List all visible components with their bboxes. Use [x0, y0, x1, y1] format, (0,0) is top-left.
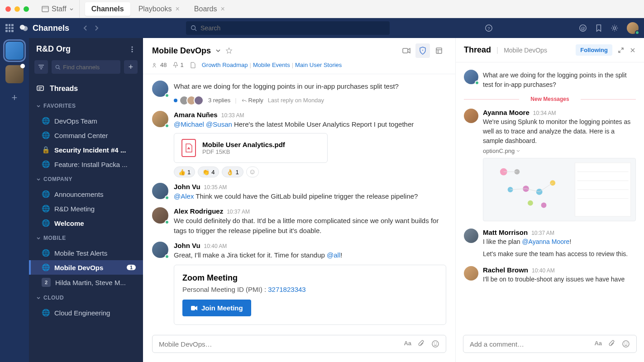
mention[interactable]: @Susan: [206, 120, 232, 128]
meeting-id-link[interactable]: 3271823343: [268, 286, 305, 293]
member-count[interactable]: 48: [152, 62, 167, 68]
reply-button[interactable]: Reply: [241, 97, 263, 104]
avatar[interactable]: [152, 183, 168, 199]
sidebar-item-dm-hilda[interactable]: 2Hilda Martin, Steve M...: [29, 275, 143, 290]
search-input[interactable]: [200, 24, 385, 32]
reply-count[interactable]: 3 replies: [208, 97, 230, 104]
chevron-down-icon[interactable]: [215, 48, 221, 53]
section-header-mobile[interactable]: MOBILE: [29, 230, 143, 246]
message-author[interactable]: Alex Rodriguez: [174, 207, 223, 215]
reaction[interactable]: 👏4: [198, 167, 219, 177]
image-caption[interactable]: optionC.png: [483, 148, 636, 154]
file-attachment[interactable]: Mobile User Analytics.pdf PDF 15KB: [174, 133, 328, 163]
attached-image[interactable]: [483, 158, 636, 221]
global-search[interactable]: [186, 21, 390, 35]
tab-channels[interactable]: Channels: [85, 2, 130, 16]
thread-compose-input[interactable]: [470, 340, 594, 348]
sidebar-item-welcome[interactable]: 🌐Welcome: [29, 216, 143, 230]
section-header-cloud[interactable]: CLOUD: [29, 290, 143, 305]
sidebar-item-devops-team[interactable]: 🌐DevOps Team: [29, 114, 143, 128]
close-icon[interactable]: ×: [221, 5, 225, 13]
help-icon[interactable]: ?: [485, 24, 493, 32]
find-channels-input[interactable]: [63, 64, 117, 71]
back-arrow-icon[interactable]: [82, 24, 89, 32]
sidebar-item-mobile-test-alerts[interactable]: 🌐Mobile Test Alerts: [29, 246, 143, 260]
sidebar-item-feature-install[interactable]: 🌐Feature: Install Packa ...: [29, 157, 143, 171]
boards-button[interactable]: [432, 43, 446, 58]
sidebar-item-security-incident[interactable]: 🔒Security Incident #4 ...: [29, 143, 143, 157]
message-author[interactable]: John Vu: [174, 183, 200, 191]
avatar[interactable]: [152, 207, 168, 224]
server-tile-1[interactable]: [5, 42, 24, 60]
channel-link[interactable]: Mobile Events: [253, 62, 290, 68]
reaction[interactable]: 👍1: [174, 167, 195, 177]
mentions-icon[interactable]: @: [579, 24, 587, 32]
add-reaction-button[interactable]: ☺: [246, 167, 259, 177]
avatar[interactable]: [464, 70, 478, 84]
message-author[interactable]: Matt Morrison: [483, 229, 528, 236]
thread-participants[interactable]: [182, 95, 204, 105]
staff-menu[interactable]: Staff: [36, 0, 80, 18]
gear-icon[interactable]: [611, 24, 619, 32]
bookmark-icon[interactable]: [595, 24, 602, 32]
join-meeting-button[interactable]: Join Meeting: [182, 300, 251, 316]
message-author[interactable]: Amara Nuñes: [174, 111, 218, 119]
compose-box[interactable]: Aa: [152, 335, 446, 353]
message-author[interactable]: Rachel Brown: [483, 266, 528, 274]
emoji-icon[interactable]: [431, 340, 439, 348]
user-avatar[interactable]: [627, 22, 639, 34]
maximize-window[interactable]: [24, 6, 29, 12]
mention[interactable]: @Michael: [174, 120, 204, 128]
mention[interactable]: @Alex: [174, 192, 194, 200]
avatar[interactable]: [152, 81, 168, 97]
channel-link[interactable]: Main User Stories: [295, 62, 342, 68]
forward-arrow-icon[interactable]: [93, 24, 100, 32]
reaction[interactable]: 👌1: [222, 167, 243, 177]
following-button[interactable]: Following: [576, 44, 612, 56]
avatar[interactable]: [464, 109, 478, 123]
channel-name[interactable]: Mobile DevOps: [152, 46, 211, 56]
expand-icon[interactable]: [618, 47, 624, 53]
section-header-company[interactable]: COMPANY: [29, 171, 143, 187]
tab-boards[interactable]: Boards×: [188, 2, 231, 16]
star-icon[interactable]: [225, 47, 233, 54]
sidebar-item-cloud-engineering[interactable]: 🌐Cloud Engineering: [29, 305, 143, 320]
add-channel-button[interactable]: +: [124, 60, 138, 74]
pinned-count[interactable]: 1: [173, 62, 183, 68]
sidebar-item-rd-meeting[interactable]: 🌐R&D Meeting: [29, 201, 143, 216]
sidebar-item-mobile-devops[interactable]: 🌐Mobile DevOps1: [29, 260, 143, 275]
avatar[interactable]: [464, 266, 478, 281]
shield-button[interactable]: [415, 43, 430, 58]
avatar[interactable]: [464, 229, 478, 243]
files-button[interactable]: [190, 62, 196, 68]
server-tile-2[interactable]: [5, 65, 24, 83]
brand[interactable]: Channels: [19, 23, 69, 33]
thread-compose-box[interactable]: Aa: [463, 335, 637, 353]
avatar[interactable]: [152, 242, 168, 258]
apps-grid-icon[interactable]: [5, 24, 14, 32]
find-channels[interactable]: [52, 60, 120, 74]
avatar[interactable]: [152, 111, 168, 127]
mention[interactable]: @all: [327, 251, 340, 259]
add-server-button[interactable]: +: [5, 89, 24, 107]
tab-playbooks[interactable]: Playbooks×: [132, 2, 186, 16]
minimize-window[interactable]: [14, 6, 20, 12]
sidebar-item-announcements[interactable]: 🌐Announcements: [29, 187, 143, 201]
attachment-icon[interactable]: [608, 340, 615, 348]
message-author[interactable]: John Vu: [174, 242, 200, 249]
close-window[interactable]: [5, 6, 11, 12]
formatting-button[interactable]: Aa: [594, 340, 602, 348]
sidebar-item-command-center[interactable]: 🌐Command Center: [29, 128, 143, 143]
compose-input[interactable]: [159, 340, 404, 348]
threads-link[interactable]: Threads: [29, 79, 143, 98]
mention[interactable]: @Ayanna Moore: [522, 238, 569, 245]
filter-button[interactable]: [34, 60, 48, 74]
emoji-icon[interactable]: [622, 340, 630, 348]
thread-subtitle[interactable]: Mobile DevOps: [504, 47, 547, 54]
close-icon[interactable]: ×: [175, 5, 179, 13]
close-icon[interactable]: [630, 47, 636, 53]
formatting-button[interactable]: Aa: [404, 340, 411, 348]
org-name[interactable]: R&D Org: [36, 44, 71, 54]
more-icon[interactable]: [129, 46, 136, 53]
channel-link[interactable]: Growth Roadmap: [202, 62, 248, 68]
